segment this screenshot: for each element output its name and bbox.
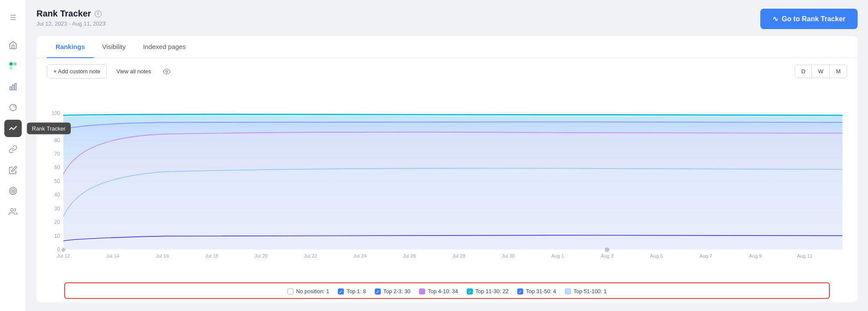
svg-text:Jul 24: Jul 24: [353, 253, 366, 259]
svg-rect-1: [13, 62, 16, 65]
main-content: Rank Tracker i Jul 12, 2023 - Aug 11, 20…: [26, 0, 868, 311]
svg-text:0: 0: [57, 246, 60, 252]
svg-text:Jul 30: Jul 30: [502, 253, 515, 259]
tab-indexed-pages[interactable]: Indexed pages: [134, 36, 194, 58]
svg-text:Aug 3: Aug 3: [601, 253, 614, 259]
legend-no-position[interactable]: No position: 1: [287, 288, 329, 295]
tab-visibility[interactable]: Visibility: [94, 36, 135, 58]
legend-no-position-label: No position: 1: [296, 288, 329, 295]
legend-top2-3-checkbox[interactable]: ✓: [375, 288, 381, 295]
legend-top11-30-label: Top 11-30: 22: [475, 288, 508, 295]
toolbar-left: + Add custom note View all notes: [47, 64, 173, 79]
chart-toolbar: + Add custom note View all notes D W M: [36, 58, 858, 85]
link-icon[interactable]: [4, 141, 22, 158]
target-nav-icon[interactable]: [4, 182, 22, 200]
edit-icon[interactable]: [4, 161, 22, 179]
view-all-notes-button[interactable]: View all notes: [112, 65, 155, 78]
legend-top4-10-checkbox[interactable]: [419, 288, 425, 295]
svg-rect-3: [10, 87, 11, 90]
svg-point-9: [12, 190, 13, 191]
home-icon[interactable]: [4, 36, 22, 54]
svg-text:Aug 1: Aug 1: [551, 253, 564, 259]
legend-top31-50-checkbox[interactable]: ✓: [517, 288, 523, 295]
svg-rect-2: [9, 66, 12, 69]
legend-top1-label: Top 1: 8: [347, 288, 366, 295]
title-text: Rank Tracker: [36, 9, 91, 19]
legend-top4-10[interactable]: Top 4-10: 34: [419, 288, 458, 295]
svg-text:Aug 7: Aug 7: [700, 253, 713, 259]
svg-text:80: 80: [54, 137, 60, 144]
go-to-icon: ∿: [772, 15, 778, 23]
legend-top51-100-checkbox[interactable]: [565, 288, 571, 295]
chart-svg: 100 90 80 70 60 50 40 30 20 10 0: [47, 85, 847, 282]
svg-text:Jul 12: Jul 12: [57, 253, 70, 259]
svg-text:Jul 26: Jul 26: [403, 253, 416, 259]
svg-text:40: 40: [54, 192, 60, 198]
svg-text:60: 60: [54, 164, 60, 170]
header-left: Rank Tracker i Jul 12, 2023 - Aug 11, 20…: [36, 9, 106, 27]
circle-chart-icon[interactable]: [4, 99, 22, 116]
svg-text:50: 50: [54, 178, 60, 184]
svg-point-8: [11, 189, 15, 193]
svg-text:10: 10: [54, 233, 60, 239]
legend-top2-3[interactable]: ✓ Top 2-3: 30: [375, 288, 411, 295]
svg-point-11: [166, 70, 168, 72]
chart-legend: No position: 1 ✓ Top 1: 8 ✓ Top 2-3: 30: [64, 282, 830, 299]
go-to-label: Go to Rank Tracker: [782, 15, 845, 23]
users-icon[interactable]: [4, 203, 22, 220]
sidebar: ☰ Rank Tracker: [0, 0, 26, 311]
view-notes-label: View all notes: [116, 68, 151, 75]
legend-top4-10-label: Top 4-10: 34: [428, 288, 458, 295]
eye-toggle-icon[interactable]: [161, 65, 173, 78]
main-card: Rankings Visibility Indexed pages + Add …: [36, 36, 858, 302]
svg-rect-0: [9, 62, 12, 65]
period-day-button[interactable]: D: [795, 65, 811, 78]
date-range: Jul 12, 2023 - Aug 11, 2023: [36, 20, 106, 27]
period-week-button[interactable]: W: [812, 65, 829, 78]
svg-text:Jul 18: Jul 18: [205, 253, 218, 259]
legend-top2-3-label: Top 2-3: 30: [383, 288, 411, 295]
period-selector: D W M: [795, 65, 847, 78]
svg-text:100: 100: [51, 110, 60, 116]
svg-text:30: 30: [54, 206, 60, 212]
legend-no-position-checkbox[interactable]: [287, 288, 294, 295]
legend-top1-checkbox[interactable]: ✓: [338, 288, 344, 295]
legend-top51-100-label: Top 51-100: 1: [574, 288, 607, 295]
legend-top31-50[interactable]: ✓ Top 31-50: 4: [517, 288, 556, 295]
svg-text:Aug 9: Aug 9: [749, 253, 762, 259]
legend-top51-100[interactable]: Top 51-100: 1: [565, 288, 607, 295]
add-note-label: + Add custom note: [53, 68, 100, 75]
svg-text:Jul 22: Jul 22: [304, 253, 317, 259]
svg-text:Jul 28: Jul 28: [452, 253, 465, 259]
legend-top31-50-label: Top 31-50: 4: [526, 288, 556, 295]
svg-text:20: 20: [54, 219, 60, 225]
svg-point-7: [9, 187, 17, 195]
svg-rect-5: [15, 84, 16, 90]
svg-point-50: [62, 248, 66, 252]
svg-text:Aug 5: Aug 5: [650, 253, 663, 259]
rank-tracker-nav-icon[interactable]: Rank Tracker: [4, 120, 22, 137]
menu-icon[interactable]: ☰: [4, 9, 22, 26]
svg-text:Aug 11: Aug 11: [797, 253, 812, 259]
rank-tracker-tooltip: Rank Tracker: [27, 123, 71, 134]
svg-text:70: 70: [54, 151, 60, 157]
legend-top11-30-checkbox[interactable]: ✓: [467, 288, 473, 295]
svg-text:Jul 16: Jul 16: [155, 253, 168, 259]
chart-bar-icon[interactable]: [4, 78, 22, 95]
brand-icon[interactable]: [4, 57, 22, 75]
period-month-button[interactable]: M: [829, 65, 847, 78]
page-header: Rank Tracker i Jul 12, 2023 - Aug 11, 20…: [36, 9, 858, 29]
chart-area: 100 90 80 70 60 50 40 30 20 10 0: [36, 85, 858, 302]
chart-wrapper: 100 90 80 70 60 50 40 30 20 10 0: [47, 85, 847, 282]
widget-title: Rank Tracker i: [36, 9, 106, 19]
svg-point-10: [10, 209, 13, 212]
legend-top1[interactable]: ✓ Top 1: 8: [338, 288, 366, 295]
go-to-rank-tracker-button[interactable]: ∿ Go to Rank Tracker: [760, 9, 858, 29]
info-icon[interactable]: i: [95, 10, 102, 17]
legend-top11-30[interactable]: ✓ Top 11-30: 22: [467, 288, 508, 295]
svg-point-51: [605, 247, 610, 252]
tab-rankings[interactable]: Rankings: [47, 36, 94, 58]
svg-text:Jul 14: Jul 14: [106, 253, 119, 259]
add-custom-note-button[interactable]: + Add custom note: [47, 64, 107, 79]
svg-text:Jul 20: Jul 20: [254, 253, 267, 259]
